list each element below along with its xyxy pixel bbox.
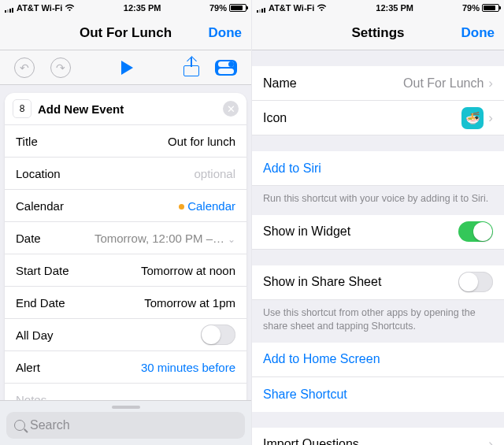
settings-button[interactable] <box>215 60 237 76</box>
redo-button[interactable]: ↷ <box>50 57 71 78</box>
calendar-row[interactable]: Calendar Calendar <box>5 190 246 222</box>
signal-icon <box>257 3 266 13</box>
start-date-row[interactable]: Start Date Tomorrow at noon <box>5 254 246 287</box>
location-row[interactable]: Location optional <box>5 158 246 190</box>
delete-action-button[interactable]: ✕ <box>223 101 239 117</box>
calendar-color-dot <box>179 204 184 210</box>
done-button[interactable]: Done <box>209 25 243 41</box>
battery-pct: 79% <box>209 3 227 13</box>
share-footer: Use this shortcut from other apps by ope… <box>252 300 504 343</box>
name-cell[interactable]: Name Out For Lunch› <box>252 66 504 101</box>
carrier: AT&T Wi-Fi <box>269 3 314 13</box>
drag-handle[interactable] <box>112 406 140 409</box>
status-bar: AT&T Wi-Fi 12:35 PM 79% <box>0 0 251 16</box>
nav-bar: Settings Done <box>252 16 504 50</box>
settings-list: Name Out For Lunch› Icon 🍜› Add to Siri … <box>252 50 504 445</box>
carrier: AT&T Wi-Fi <box>17 3 62 13</box>
battery-icon <box>229 4 246 12</box>
shortcut-icon: 🍜 <box>461 107 484 129</box>
share-shortcut-cell[interactable]: Share Shortcut <box>252 377 504 412</box>
battery-icon <box>482 4 499 12</box>
alert-row[interactable]: Alert 30 minutes before <box>5 351 246 384</box>
run-button[interactable] <box>121 61 133 75</box>
end-date-row[interactable]: End Date Tomorrow at 1pm <box>5 287 246 319</box>
chevron-right-icon: › <box>488 76 493 91</box>
done-button[interactable]: Done <box>461 25 495 41</box>
title-row[interactable]: Title Out for lunch <box>5 125 246 158</box>
search-input[interactable]: Search <box>6 412 245 439</box>
search-panel[interactable]: Search <box>0 400 251 445</box>
chevron-right-icon: › <box>488 110 493 126</box>
import-questions-cell[interactable]: Import Questions › <box>252 428 504 445</box>
signal-icon <box>5 3 14 13</box>
chevron-down-icon: ⌄ <box>228 234 235 245</box>
wifi-icon <box>317 4 327 12</box>
page-title: Settings <box>351 25 404 41</box>
chevron-right-icon: › <box>488 436 493 445</box>
date-row[interactable]: Date Tomorrow, 12:00 PM –…⌄ <box>5 222 246 254</box>
share-sheet-toggle[interactable] <box>458 272 493 292</box>
search-icon <box>14 420 25 431</box>
calendar-app-icon: 8 <box>13 99 32 118</box>
share-sheet-cell: Show in Share Sheet <box>252 265 504 300</box>
canvas: 8 Add New Event ✕ Title Out for lunch Lo… <box>0 85 251 445</box>
status-bar: AT&T Wi-Fi 12:35 PM 79% <box>252 0 504 16</box>
wifi-icon <box>65 4 75 12</box>
settings-screen: AT&T Wi-Fi 12:35 PM 79% Settings Done Na… <box>252 0 504 445</box>
widget-cell: Show in Widget <box>252 215 504 250</box>
all-day-row: All Day <box>5 319 246 351</box>
action-card: 8 Add New Event ✕ Title Out for lunch Lo… <box>5 93 246 416</box>
siri-footer: Run this shortcut with your voice by add… <box>252 186 504 215</box>
nav-bar: Out For Lunch Done <box>0 16 251 50</box>
add-to-siri-cell[interactable]: Add to Siri <box>252 151 504 186</box>
card-title: Add New Event <box>38 102 223 116</box>
toolbar: ↶ ↷ <box>0 50 251 85</box>
clock: 12:35 PM <box>124 3 161 13</box>
widget-toggle[interactable] <box>458 221 493 242</box>
icon-cell[interactable]: Icon 🍜› <box>252 101 504 135</box>
editor-screen: AT&T Wi-Fi 12:35 PM 79% Out For Lunch Do… <box>0 0 252 445</box>
add-home-cell[interactable]: Add to Home Screen <box>252 343 504 377</box>
share-icon[interactable] <box>183 59 199 76</box>
clock: 12:35 PM <box>376 3 413 13</box>
battery-pct: 79% <box>462 3 480 13</box>
undo-button[interactable]: ↶ <box>14 57 35 78</box>
page-title: Out For Lunch <box>80 25 172 41</box>
all-day-toggle[interactable] <box>201 324 235 345</box>
